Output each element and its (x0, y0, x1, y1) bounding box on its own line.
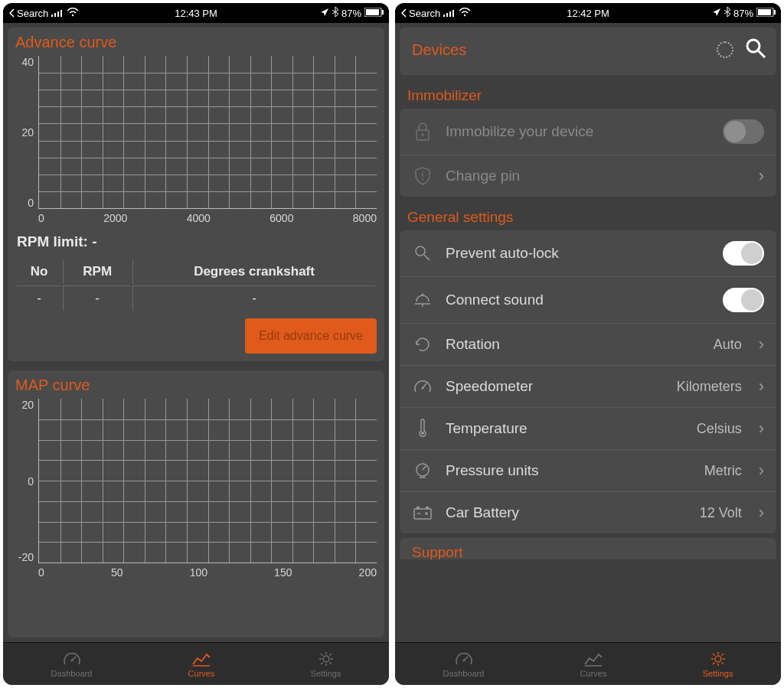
gauge-icon (454, 651, 474, 667)
row-label: Prevent auto-lock (446, 245, 710, 262)
svg-rect-2 (57, 11, 59, 17)
chevron-right-icon: › (759, 461, 764, 481)
prevent-autolock-toggle[interactable] (723, 241, 764, 266)
pressure-gauge-icon (412, 461, 433, 480)
advance-curve-title: Advance curve (15, 34, 377, 51)
x-tick: 4000 (187, 212, 211, 224)
tab-dashboard[interactable]: Dashboard (443, 651, 485, 678)
back-to-search[interactable]: Search (8, 8, 48, 19)
row-value: 12 Volt (700, 505, 742, 521)
cell-rpm: - (63, 285, 131, 311)
location-icon (712, 8, 721, 19)
tab-label: Settings (311, 669, 341, 678)
svg-line-17 (329, 654, 332, 656)
svg-rect-44 (414, 509, 431, 519)
svg-point-32 (422, 178, 423, 180)
x-tick: 0 (38, 212, 44, 224)
wifi-icon (67, 8, 79, 19)
svg-point-37 (422, 294, 424, 296)
tab-settings[interactable]: Settings (311, 651, 341, 678)
row-label: Rotation (446, 336, 701, 353)
tab-curves[interactable]: Curves (580, 651, 607, 678)
thermometer-icon (412, 419, 433, 439)
back-label: Search (17, 8, 48, 19)
svg-line-57 (713, 654, 715, 656)
tab-bar: Dashboard Curves Settings (3, 642, 389, 685)
map-curve-panel: MAP curve 20 0 -20 0 50 100 150 200 (8, 370, 384, 637)
cell-deg: - (132, 285, 375, 311)
speedometer-icon (412, 378, 433, 395)
advance-curve-chart: 40 20 0 0 2000 4000 6000 8000 (15, 56, 377, 224)
y-tick: 40 (21, 56, 34, 68)
loading-spinner-icon (717, 41, 733, 58)
svg-line-60 (713, 662, 715, 664)
x-tick: 8000 (353, 212, 377, 224)
svg-point-30 (422, 134, 424, 136)
col-deg: Degrees crankshaft (132, 259, 375, 284)
cell-no: - (17, 285, 61, 311)
rpm-limit-label: RPM limit: (17, 233, 88, 249)
back-to-search[interactable]: Search (400, 8, 440, 19)
signal-icon (443, 8, 456, 19)
y-tick: -20 (18, 551, 34, 563)
row-rotation[interactable]: Rotation Auto › (400, 323, 776, 365)
tab-label: Curves (188, 669, 215, 678)
y-tick: 20 (21, 399, 34, 411)
svg-line-15 (321, 654, 323, 656)
svg-rect-22 (452, 10, 454, 17)
svg-line-18 (321, 662, 323, 664)
row-label: Car Battery (446, 504, 688, 521)
battery-percent: 87% (341, 8, 361, 19)
wifi-icon (459, 8, 471, 19)
row-prevent-auto-lock[interactable]: Prevent auto-lock (400, 230, 776, 276)
x-tick: 6000 (270, 212, 293, 224)
row-connect-sound[interactable]: Connect sound (400, 276, 776, 323)
row-value: Celsius (697, 421, 742, 437)
x-tick: 200 (359, 566, 377, 579)
row-label: Temperature (446, 420, 684, 437)
bluetooth-icon (724, 7, 730, 19)
chevron-right-icon: › (759, 503, 764, 523)
row-label: Immobilize your device (446, 123, 710, 140)
search-button[interactable] (744, 37, 767, 63)
row-speedometer[interactable]: Speedometer Kilometers › (400, 365, 776, 407)
svg-line-59 (721, 654, 724, 656)
row-car-battery[interactable]: Car Battery 12 Volt › (400, 491, 776, 533)
magnifier-icon (412, 244, 433, 262)
immobilize-toggle[interactable] (723, 119, 764, 144)
battery-icon (756, 8, 776, 19)
signal-icon (51, 8, 64, 19)
svg-point-40 (421, 432, 424, 435)
svg-point-39 (422, 387, 424, 390)
svg-point-10 (323, 656, 329, 662)
shield-alert-icon (412, 166, 433, 186)
connect-sound-toggle[interactable] (723, 288, 764, 312)
edit-advance-curve-button[interactable]: Edit advance curve (245, 318, 377, 354)
bluetooth-icon (332, 7, 338, 19)
row-value: Auto (714, 337, 742, 353)
row-temperature[interactable]: Temperature Celsius › (400, 407, 776, 449)
bell-icon (412, 292, 433, 308)
tab-curves[interactable]: Curves (188, 651, 215, 678)
row-label: Change pin (446, 168, 746, 184)
support-title: Support (400, 538, 776, 559)
y-tick: 20 (21, 126, 34, 139)
battery-icon (364, 8, 384, 19)
tab-bar: Dashboard Curves Settings (395, 642, 781, 685)
y-tick: 0 (28, 475, 34, 487)
tab-label: Curves (580, 669, 607, 678)
back-label: Search (409, 8, 440, 19)
tab-settings[interactable]: Settings (703, 651, 733, 678)
row-change-pin[interactable]: Change pin › (400, 155, 776, 197)
row-immobilize-device[interactable]: Immobilize your device (400, 109, 776, 155)
col-no: No (17, 259, 61, 284)
location-icon (320, 8, 329, 19)
svg-line-28 (758, 51, 765, 57)
row-label: Connect sound (446, 292, 710, 308)
svg-point-27 (747, 40, 760, 52)
gear-icon (708, 651, 728, 667)
x-tick: 0 (38, 566, 44, 579)
tab-label: Settings (703, 669, 733, 678)
row-pressure-units[interactable]: Pressure units Metric › (400, 449, 776, 491)
tab-dashboard[interactable]: Dashboard (51, 651, 93, 678)
